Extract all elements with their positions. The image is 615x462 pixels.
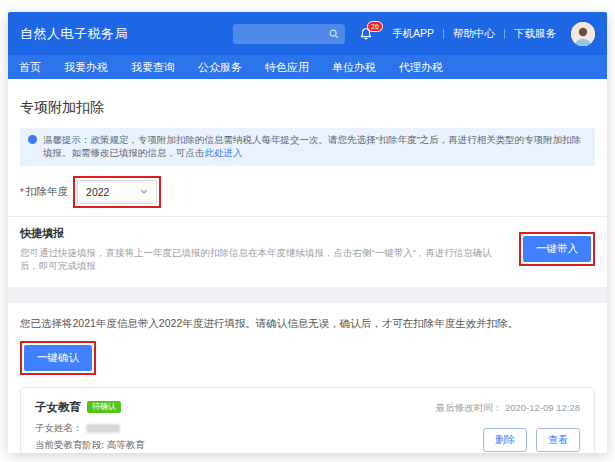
help-center-link[interactable]: 帮助中心 — [444, 27, 504, 41]
quick-fill-desc: 您可通过快捷填报，直接将上一年度已填报的扣除信息在本年度继续填报，点击右侧“一键… — [20, 247, 504, 273]
header-links: 手机APP 帮助中心 下载服务 — [383, 27, 565, 41]
one-click-confirm-button[interactable]: 一键确认 — [24, 345, 92, 371]
nav-item-featured-apps[interactable]: 特色应用 — [265, 60, 309, 75]
year-select-value: 2022 — [86, 186, 109, 198]
view-button[interactable]: 查看 — [536, 428, 580, 452]
content-area: 专项附加扣除 温馨提示：政策规定，专项附加扣除的信息需纳税人每年提交一次。请您先… — [8, 79, 607, 453]
confirm-instruction: 您已选择将2021年度信息带入2022年度进行填报。请确认信息无误，确认后，才可… — [20, 317, 595, 331]
user-avatar-icon — [571, 22, 595, 46]
search-input[interactable] — [239, 28, 329, 39]
delete-button[interactable]: 删除 — [483, 428, 527, 452]
deduction-record: 子女教育 待确认 子女姓名： 当前受教育阶段: 高等教育 填报来源： 本人 扣除… — [20, 387, 595, 453]
one-click-bring-in-button[interactable]: 一键带入 — [523, 236, 591, 262]
annotation-box-confirm: 一键确认 — [20, 341, 96, 375]
notice-text: 温馨提示：政策规定，专项附加扣除的信息需纳税人每年提交一次。请您先选择“扣除年度… — [43, 134, 587, 160]
status-badge: 待确认 — [87, 401, 121, 413]
required-mark: * — [20, 186, 24, 198]
deduction-card: 专项附加扣除 温馨提示：政策规定，专项附加扣除的信息需纳税人每年提交一次。请您先… — [8, 79, 607, 287]
deduction-year-row: * 扣除年度 2022 — [20, 176, 595, 208]
nav-item-public-service[interactable]: 公众服务 — [198, 60, 242, 75]
app-window: 自然人电子税务局 26 手机APP 帮助中心 下载服务 — [8, 12, 607, 453]
notice-enter-link[interactable]: 此处进入 — [205, 147, 243, 158]
search-icon — [329, 29, 339, 39]
redacted-name — [86, 424, 120, 433]
avatar[interactable] — [571, 22, 595, 46]
mobile-app-link[interactable]: 手机APP — [383, 27, 443, 41]
record-title: 子女教育 — [35, 400, 81, 415]
page-title: 专项附加扣除 — [20, 99, 595, 117]
quick-fill-section: 快捷填报 您可通过快捷填报，直接将上一年度已填报的扣除信息在本年度继续填报，点击… — [20, 217, 595, 287]
nav-item-home[interactable]: 首页 — [19, 60, 41, 75]
annotation-box-year: 2022 — [73, 176, 161, 208]
chevron-down-icon — [140, 189, 148, 195]
info-icon — [28, 135, 37, 144]
top-header-bar: 自然人电子税务局 26 手机APP 帮助中心 下载服务 — [8, 12, 607, 55]
main-nav: 首页 我要办税 我要查询 公众服务 特色应用 单位办税 代理办税 — [8, 55, 607, 79]
nav-item-agent-tax[interactable]: 代理办税 — [399, 60, 443, 75]
nav-item-company-tax[interactable]: 单位办税 — [332, 60, 376, 75]
search-box[interactable] — [233, 24, 345, 44]
download-service-link[interactable]: 下载服务 — [505, 27, 565, 41]
notification-badge: 26 — [367, 21, 383, 32]
nav-item-tax-handling[interactable]: 我要办税 — [64, 60, 108, 75]
last-modified: 最后修改时间： 2020-12-09 12:28 — [436, 402, 580, 415]
year-select[interactable]: 2022 — [77, 180, 157, 204]
nav-item-inquiry[interactable]: 我要查询 — [131, 60, 175, 75]
app-title: 自然人电子税务局 — [20, 25, 128, 43]
record-actions: 删除 查看 — [483, 428, 580, 452]
notice-banner: 温馨提示：政策规定，专项附加扣除的信息需纳税人每年提交一次。请您先选择“扣除年度… — [20, 128, 595, 166]
quick-fill-title: 快捷填报 — [20, 226, 504, 241]
confirm-card: 您已选择将2021年度信息带入2022年度进行填报。请确认信息无误，确认后，才可… — [8, 303, 607, 453]
deduction-year-label: 扣除年度 — [26, 185, 68, 199]
notifications-button[interactable]: 26 — [359, 27, 373, 41]
annotation-box-bring-in: 一键带入 — [519, 232, 595, 266]
